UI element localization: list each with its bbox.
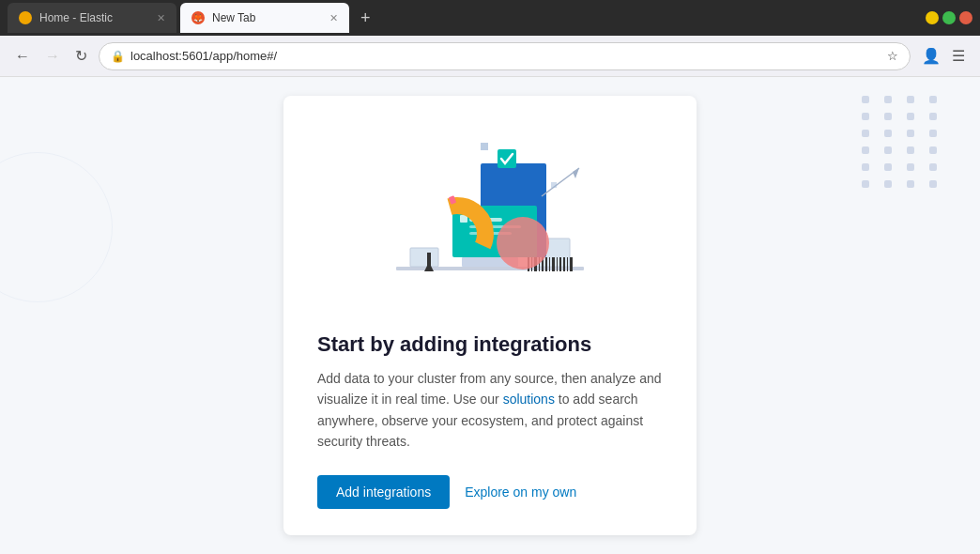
window-controls: − □ ✕	[926, 11, 972, 24]
svg-rect-13	[549, 257, 550, 271]
main-card: Start by adding integrations Add data to…	[283, 96, 697, 535]
solutions-link[interactable]: solutions	[503, 392, 555, 407]
svg-rect-1	[410, 248, 438, 267]
svg-rect-15	[557, 257, 558, 271]
new-tab-button[interactable]: +	[353, 8, 378, 28]
card-title: Start by adding integrations	[317, 332, 663, 357]
svg-rect-32	[481, 143, 488, 150]
browser-window: Home - Elastic ✕ 🦊 New Tab ✕ + − □ ✕ ← →…	[0, 0, 980, 554]
tab-close-home[interactable]: ✕	[157, 12, 165, 24]
tab-icon-home	[19, 11, 32, 24]
bg-dots-right	[862, 96, 942, 188]
svg-rect-19	[570, 257, 573, 271]
svg-rect-18	[567, 257, 568, 271]
tab-label-home: Home - Elastic	[39, 11, 113, 24]
page-content: Start by adding integrations Add data to…	[0, 77, 980, 554]
close-button[interactable]: ✕	[959, 11, 972, 24]
menu-button[interactable]: ☰	[948, 43, 969, 69]
svg-rect-14	[552, 257, 555, 271]
explore-own-button[interactable]: Explore on my own	[465, 485, 576, 500]
svg-rect-0	[396, 267, 584, 270]
illustration-svg	[359, 126, 621, 314]
refresh-button[interactable]: ↻	[71, 43, 91, 69]
security-icon: 🔒	[111, 50, 125, 63]
card-description: Add data to your cluster from any source…	[317, 368, 663, 453]
bg-circle-left	[0, 152, 113, 302]
card-illustration	[317, 126, 663, 314]
tab-home-elastic[interactable]: Home - Elastic ✕	[8, 3, 176, 33]
add-integrations-button[interactable]: Add integrations	[317, 475, 450, 509]
tab-icon-new: 🦊	[191, 11, 205, 24]
browser-actions: 👤 ☰	[918, 43, 969, 69]
account-button[interactable]: 👤	[918, 43, 944, 69]
restore-button[interactable]: □	[942, 11, 956, 24]
card-actions: Add integrations Explore on my own	[317, 475, 663, 509]
tab-label-new: New Tab	[212, 11, 255, 24]
back-button[interactable]: ←	[11, 44, 34, 69]
svg-rect-5	[427, 253, 431, 271]
svg-rect-12	[545, 257, 547, 271]
svg-point-28	[497, 217, 549, 269]
url-text: localhost:5601/app/home#/	[130, 49, 277, 63]
minimize-button[interactable]: −	[926, 11, 939, 24]
footer-text: To learn about how usage data helps us m…	[283, 550, 697, 554]
tab-new-tab[interactable]: 🦊 New Tab ✕	[180, 3, 349, 33]
address-bar: ← → ↻ 🔒 localhost:5601/app/home#/ ☆ 👤 ☰	[0, 36, 980, 77]
svg-marker-31	[573, 168, 579, 178]
svg-rect-16	[559, 257, 561, 271]
forward-button[interactable]: →	[41, 44, 64, 69]
bookmark-icon[interactable]: ☆	[887, 49, 898, 63]
tab-close-new[interactable]: ✕	[329, 12, 338, 24]
svg-rect-33	[551, 182, 557, 188]
url-bar[interactable]: 🔒 localhost:5601/app/home#/ ☆	[99, 42, 911, 70]
svg-rect-17	[563, 257, 565, 271]
title-bar: Home - Elastic ✕ 🦊 New Tab ✕ + − □ ✕	[0, 0, 980, 36]
